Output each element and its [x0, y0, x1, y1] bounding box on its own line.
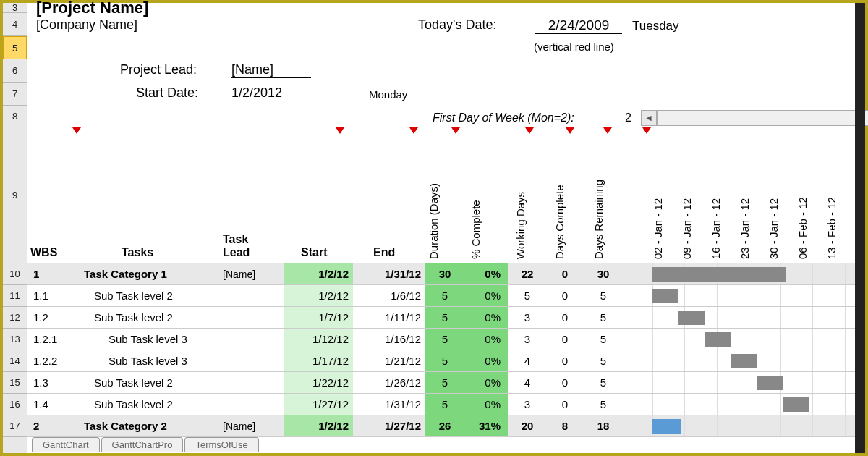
task-row[interactable]: 1Task Category 1[Name]1/2/121/31/12300%2…	[27, 263, 865, 285]
cell-task[interactable]: Task Category 2	[80, 415, 218, 436]
cell-working-days[interactable]: 3	[508, 329, 547, 350]
cell-start[interactable]: 1/12/12	[284, 329, 353, 350]
cell-lead[interactable]	[218, 285, 284, 306]
cell-pct-complete[interactable]: 0%	[464, 263, 508, 284]
task-row[interactable]: 1.3Sub Task level 21/22/121/26/1250%405	[27, 372, 865, 394]
cell-end[interactable]: 1/31/12	[353, 394, 425, 415]
cell-working-days[interactable]: 3	[508, 307, 547, 328]
cell-duration[interactable]: 5	[425, 307, 464, 328]
cell-pct-complete[interactable]: 0%	[464, 307, 508, 328]
cell-wbs[interactable]: 1.2.2	[27, 350, 80, 371]
date-column-header[interactable]: 09 - Jan - 12	[681, 198, 693, 259]
cell-task[interactable]: Sub Task level 3	[80, 350, 218, 371]
cell-days-complete[interactable]: 0	[547, 329, 583, 350]
start-date-value[interactable]: 1/2/2012	[231, 85, 362, 101]
gantt-bar[interactable]	[652, 289, 678, 303]
task-row[interactable]: 1.4Sub Task level 21/27/121/31/1250%305	[27, 394, 865, 415]
cell-days-complete[interactable]: 0	[547, 285, 583, 306]
cell-task[interactable]: Sub Task level 2	[80, 372, 218, 393]
cell-duration[interactable]: 5	[425, 350, 464, 371]
cell-duration[interactable]: 26	[425, 415, 464, 436]
cell-task[interactable]: Task Category 1	[80, 263, 218, 284]
row-number[interactable]: 5	[3, 36, 27, 59]
cell-start[interactable]: 1/7/12	[284, 307, 353, 328]
col-duration[interactable]: Duration (Days)	[427, 183, 440, 259]
cell-lead[interactable]	[218, 394, 284, 415]
cell-end[interactable]: 1/11/12	[353, 307, 425, 328]
gantt-bar[interactable]	[731, 354, 757, 368]
cell-wbs[interactable]: 1.1	[27, 285, 80, 306]
cell-pct-complete[interactable]: 0%	[464, 372, 508, 393]
row-number[interactable]: 4	[3, 13, 27, 36]
row-number[interactable]: 11	[3, 285, 27, 307]
cell-wbs[interactable]: 1	[27, 263, 80, 284]
date-column-header[interactable]: 02 - Jan - 12	[652, 198, 664, 259]
col-days-remaining[interactable]: Days Remaining	[592, 180, 605, 259]
scroll-left-button[interactable]: ◄	[641, 110, 657, 126]
col-start[interactable]: Start	[301, 246, 327, 259]
cell-start[interactable]: 1/2/12	[284, 263, 353, 284]
row-number[interactable]: 9	[3, 127, 27, 263]
cell-days-remaining[interactable]: 30	[583, 263, 624, 284]
scroll-track[interactable]	[657, 110, 868, 126]
cell-working-days[interactable]: 5	[508, 285, 547, 306]
cell-days-complete[interactable]: 0	[547, 372, 583, 393]
row-number[interactable]: 17	[3, 415, 27, 437]
col-days-complete[interactable]: Days Complete	[553, 185, 566, 259]
gantt-bar[interactable]	[783, 397, 809, 412]
cell-days-remaining[interactable]: 5	[583, 307, 624, 328]
cell-days-remaining[interactable]: 5	[583, 394, 624, 415]
cell-days-complete[interactable]: 8	[547, 415, 583, 436]
cell-days-remaining[interactable]: 5	[583, 372, 624, 393]
cell-start[interactable]: 1/2/12	[284, 415, 353, 436]
row-number[interactable]: 8	[3, 106, 27, 127]
col-working-days[interactable]: Working Days	[514, 192, 527, 259]
project-lead-value[interactable]: [Name]	[231, 62, 311, 78]
col-wbs[interactable]: WBS	[30, 246, 57, 259]
cell-days-remaining[interactable]: 18	[583, 415, 624, 436]
cell-start[interactable]: 1/27/12	[284, 394, 353, 415]
cell-duration[interactable]: 5	[425, 394, 464, 415]
cell-task[interactable]: Sub Task level 3	[80, 329, 218, 350]
date-column-header[interactable]: 06 - Feb - 12	[796, 197, 809, 259]
cell-duration[interactable]: 30	[425, 263, 464, 284]
cell-end[interactable]: 1/21/12	[353, 350, 425, 371]
sheet-tab[interactable]: TermsOfUse	[184, 437, 258, 452]
row-number[interactable]: 3	[3, 3, 27, 13]
cell-working-days[interactable]: 22	[508, 263, 547, 284]
cell-lead[interactable]	[218, 307, 284, 328]
cell-start[interactable]: 1/22/12	[284, 372, 353, 393]
cell-lead[interactable]	[218, 350, 284, 371]
row-number[interactable]: 13	[3, 329, 27, 350]
col-tasks[interactable]: Tasks	[122, 246, 153, 259]
date-column-header[interactable]: 13 - Feb - 12	[825, 197, 838, 259]
task-row[interactable]: 2Task Category 2[Name]1/2/121/27/122631%…	[27, 415, 865, 437]
todays-date-value[interactable]: 2/24/2009	[535, 17, 622, 34]
cell-duration[interactable]: 5	[425, 372, 464, 393]
col-end[interactable]: End	[373, 246, 395, 259]
date-column-header[interactable]: 23 - Jan - 12	[739, 198, 751, 259]
cell-days-remaining[interactable]: 5	[583, 285, 624, 306]
gantt-bar[interactable]	[757, 376, 783, 390]
gantt-bar[interactable]	[678, 311, 705, 325]
task-row[interactable]: 1.2Sub Task level 21/7/121/11/1250%305	[27, 307, 865, 329]
cell-wbs[interactable]: 1.3	[27, 372, 80, 393]
cell-task[interactable]: Sub Task level 2	[80, 394, 218, 415]
cell-pct-complete[interactable]: 0%	[464, 350, 508, 371]
cell-days-complete[interactable]: 0	[547, 394, 583, 415]
cell-wbs[interactable]: 1.4	[27, 394, 80, 415]
cell-lead[interactable]	[218, 372, 284, 393]
gantt-bar[interactable]	[705, 332, 731, 347]
gantt-bar[interactable]	[652, 419, 681, 434]
cell-end[interactable]: 1/16/12	[353, 329, 425, 350]
company-name[interactable]: [Company Name]	[36, 17, 137, 33]
task-row[interactable]: 1.1Sub Task level 21/2/121/6/1250%505	[27, 285, 865, 307]
date-column-header[interactable]: 16 - Jan - 12	[710, 198, 722, 259]
task-row[interactable]: 1.2.2Sub Task level 31/17/121/21/1250%40…	[27, 350, 865, 372]
row-number[interactable]: 14	[3, 350, 27, 372]
cell-working-days[interactable]: 20	[508, 415, 547, 436]
cell-end[interactable]: 1/31/12	[353, 263, 425, 284]
gantt-bar[interactable]	[652, 267, 786, 282]
cell-working-days[interactable]: 3	[508, 394, 547, 415]
cell-working-days[interactable]: 4	[508, 372, 547, 393]
